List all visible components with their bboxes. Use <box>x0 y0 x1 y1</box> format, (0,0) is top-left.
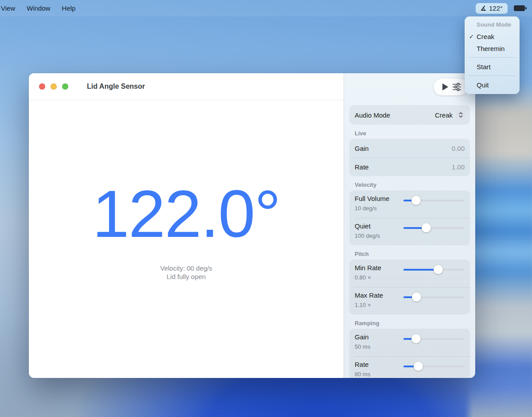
lid-angle-status-item[interactable]: ∡ 122° <box>476 3 508 14</box>
inspector-toolbar <box>349 73 470 100</box>
menubar: View Window Help ∡ 122° <box>0 0 532 16</box>
traffic-light-zoom[interactable] <box>62 83 68 90</box>
section-header-pitch: Pitch <box>349 249 470 259</box>
toolbar-pill <box>434 79 468 95</box>
lid-status: Lid fully open <box>160 272 212 281</box>
setting-row-max-rate: Max Rate 1.10 × <box>349 287 470 315</box>
group-velocity: Full Volume 10 deg/s Quiet 100 deg/s <box>349 190 470 245</box>
slider-thumb[interactable] <box>411 196 421 205</box>
menu-item-quit[interactable]: Quit <box>465 79 520 91</box>
chevron-up-down-icon[interactable] <box>456 110 466 120</box>
audio-mode-value: Creak <box>435 111 453 119</box>
ramp-gain-slider[interactable] <box>403 334 465 343</box>
menubar-item-window[interactable]: Window <box>21 4 56 12</box>
section-header-ramping: Ramping <box>349 319 470 328</box>
min-rate-slider[interactable] <box>403 265 465 274</box>
angle-reading: 122.0° <box>92 181 280 247</box>
setting-row-full-volume: Full Volume 10 deg/s <box>349 190 470 218</box>
menu-separator <box>469 75 515 76</box>
live-rate-value: 1.00 <box>452 163 465 171</box>
app-window: Lid Angle Sensor 122.0° Velocity: 00 deg… <box>29 73 475 378</box>
slider-thumb[interactable] <box>422 223 431 232</box>
menu-header-sound-mode: Sound Mode <box>465 20 520 31</box>
window-title: Lid Angle Sensor <box>87 83 145 90</box>
ramp-rate-slider[interactable] <box>403 362 465 371</box>
setting-row-ramp-rate: Rate 80 ms <box>349 356 470 378</box>
group-live: Gain 0.00 Rate 1.00 <box>349 139 470 176</box>
audio-mode-label: Audio Mode <box>355 111 390 119</box>
menu-separator <box>469 57 515 58</box>
angle-display-area: 122.0° Velocity: 00 deg/s Lid fully open <box>29 100 344 378</box>
full-volume-slider[interactable] <box>403 196 465 205</box>
velocity-reading: Velocity: 00 deg/s <box>160 264 212 272</box>
status-menu: Sound Mode ✓ Creak Theremin Start Quit <box>465 16 520 94</box>
quiet-slider[interactable] <box>403 223 465 232</box>
setting-row-live-gain: Gain 0.00 <box>349 139 470 157</box>
max-rate-slider[interactable] <box>403 292 465 302</box>
battery-icon[interactable] <box>514 5 525 11</box>
section-header-velocity: Velocity <box>349 180 470 189</box>
main-column: Lid Angle Sensor 122.0° Velocity: 00 deg… <box>29 73 344 378</box>
wallpaper-streaks <box>469 82 532 417</box>
setting-row-quiet: Quiet 100 deg/s <box>349 218 470 245</box>
menu-item-creak[interactable]: ✓ Creak <box>465 31 520 43</box>
setting-row-live-rate: Rate 1.00 <box>349 157 470 176</box>
angle-status-value: 122° <box>489 4 503 12</box>
inspector-panel: Audio Mode Creak Live Gain 0.00 Rate 1. <box>344 73 475 378</box>
section-header-live: Live <box>349 129 470 138</box>
filters-icon[interactable] <box>452 83 462 91</box>
slider-thumb[interactable] <box>412 292 421 302</box>
group-pitch: Min Rate 0.80 × Max Rate 1.10 × <box>349 260 470 315</box>
setting-row-ramp-gain: Gain 50 ms <box>349 329 470 356</box>
menubar-item-help[interactable]: Help <box>56 4 82 12</box>
setting-row-min-rate: Min Rate 0.80 × <box>349 260 470 287</box>
menubar-item-view[interactable]: View <box>1 4 21 12</box>
titlebar[interactable]: Lid Angle Sensor <box>29 73 344 100</box>
checkmark-icon: ✓ <box>469 31 474 43</box>
live-gain-value: 0.00 <box>452 145 465 152</box>
traffic-light-close[interactable] <box>39 83 45 90</box>
angle-icon: ∡ <box>481 4 486 12</box>
group-ramping: Gain 50 ms Rate 80 ms <box>349 329 470 378</box>
slider-thumb[interactable] <box>411 334 421 343</box>
slider-thumb[interactable] <box>414 362 423 371</box>
slider-thumb[interactable] <box>434 265 443 274</box>
menu-item-start[interactable]: Start <box>465 61 520 73</box>
audio-mode-row[interactable]: Audio Mode Creak <box>349 105 470 125</box>
menu-item-theremin[interactable]: Theremin <box>465 43 520 55</box>
play-button[interactable] <box>442 83 448 90</box>
traffic-light-minimize[interactable] <box>51 83 57 90</box>
